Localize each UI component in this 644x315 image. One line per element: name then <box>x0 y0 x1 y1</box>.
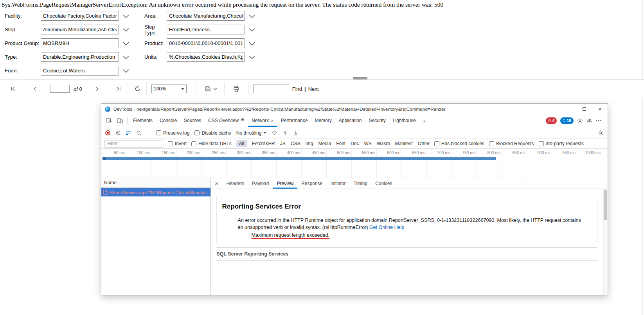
chevron-down-icon[interactable] <box>122 13 130 19</box>
chevron-down-icon[interactable] <box>122 27 130 32</box>
chevron-down-icon[interactable] <box>248 41 255 46</box>
inspect-element-icon[interactable] <box>104 118 115 124</box>
error-count-badge[interactable]: 4 <box>546 117 557 124</box>
detail-tab-headers[interactable]: Headers <box>223 178 248 189</box>
import-har-icon[interactable] <box>282 130 288 136</box>
invert-label[interactable]: Invert <box>175 141 187 146</box>
tab-memory[interactable]: Memory <box>311 114 335 127</box>
filter-icon[interactable] <box>126 131 131 135</box>
prev-page-icon[interactable] <box>32 86 38 92</box>
throttling-select[interactable]: No throttling <box>236 130 267 136</box>
type-filter-img[interactable]: Img <box>305 141 313 146</box>
next-link[interactable]: Next <box>308 86 319 92</box>
more-tools-button[interactable]: + <box>419 117 429 124</box>
chevron-down-icon[interactable] <box>122 41 130 46</box>
maximize-button[interactable] <box>576 104 592 114</box>
area-input[interactable] <box>167 11 245 21</box>
detail-tab-timing[interactable]: Timing <box>350 178 372 189</box>
find-link[interactable]: Find <box>292 86 302 92</box>
type-input[interactable] <box>41 52 119 62</box>
tab-application[interactable]: Application <box>335 114 365 127</box>
zoom-select[interactable]: 100% <box>151 85 187 93</box>
type-filter-ws[interactable]: WS <box>364 141 372 146</box>
type-filter-js[interactable]: JS <box>280 141 286 146</box>
network-conditions-icon[interactable] <box>272 130 277 136</box>
tab-console[interactable]: Console <box>156 114 180 127</box>
first-page-icon[interactable] <box>10 86 16 92</box>
hide-data-urls-label[interactable]: Hide data URLs <box>198 141 232 146</box>
network-settings-gear-icon[interactable] <box>598 130 604 136</box>
units-input[interactable] <box>167 52 245 62</box>
has-blocked-cookies-label[interactable]: Has blocked cookies <box>441 141 484 146</box>
more-options-icon[interactable] <box>596 120 601 121</box>
close-detail-icon[interactable]: × <box>211 180 223 187</box>
export-save-icon[interactable] <box>205 86 211 92</box>
request-filter-input[interactable] <box>104 140 163 148</box>
tab-elements[interactable]: Elements <box>130 114 156 127</box>
profiles-icon[interactable] <box>586 118 592 124</box>
device-toolbar-icon[interactable] <box>115 117 125 124</box>
page-number-input[interactable] <box>50 85 70 93</box>
type-filter-all[interactable]: All <box>236 140 247 147</box>
third-party-requests-checkbox[interactable] <box>539 141 544 146</box>
type-filter-doc[interactable]: Doc <box>351 141 359 146</box>
get-online-help-link[interactable]: Get Online Help <box>369 225 405 230</box>
type-filter-other[interactable]: Other <box>418 141 430 146</box>
clear-icon[interactable] <box>115 130 121 136</box>
blocked-requests-checkbox[interactable] <box>489 141 494 146</box>
hide-data-urls-checkbox[interactable] <box>191 141 196 146</box>
refresh-icon[interactable] <box>134 85 141 92</box>
chevron-down-icon[interactable] <box>248 13 255 19</box>
product-input[interactable] <box>167 38 245 48</box>
export-har-icon[interactable] <box>293 130 299 136</box>
disable-cache-checkbox[interactable] <box>194 130 200 135</box>
scrollbar-thumb[interactable] <box>604 190 607 220</box>
form-input[interactable] <box>41 66 119 76</box>
record-icon[interactable] <box>105 130 110 135</box>
last-page-icon[interactable] <box>115 86 121 92</box>
detail-tab-response[interactable]: Response <box>297 178 326 189</box>
issue-count-badge[interactable]: 19 <box>560 117 574 124</box>
step-input[interactable] <box>41 25 119 34</box>
type-filter-wasm[interactable]: Wasm <box>377 141 390 146</box>
type-filter-fetch-xhr[interactable]: Fetch/XHR <box>252 141 275 146</box>
tab-lighthouse[interactable]: Lighthouse <box>389 114 419 127</box>
type-filter-media[interactable]: Media <box>318 141 331 146</box>
close-icon[interactable]: × <box>271 118 274 124</box>
print-icon[interactable] <box>233 86 239 92</box>
search-icon[interactable] <box>136 130 142 136</box>
chevron-down-icon[interactable] <box>248 54 255 60</box>
next-page-icon[interactable] <box>94 86 100 92</box>
tab-sources[interactable]: Sources <box>180 114 205 127</box>
product-group-input[interactable] <box>41 38 119 48</box>
find-text-input[interactable] <box>253 85 289 93</box>
detail-tab-preview[interactable]: Preview <box>273 178 297 189</box>
type-filter-manifest[interactable]: Manifest <box>395 141 412 146</box>
minimize-button[interactable] <box>561 104 576 114</box>
invert-checkbox[interactable] <box>168 141 173 146</box>
request-row-selected[interactable]: ReportViewer.aspx?%2fReports-CriticalMan… <box>101 188 210 196</box>
third-party-requests-label[interactable]: 3rd-party requests <box>546 141 584 146</box>
detail-tab-payload[interactable]: Payload <box>248 178 273 189</box>
preserve-log-label[interactable]: Preserve log <box>163 130 189 136</box>
disable-cache-label[interactable]: Disable cache <box>201 130 231 136</box>
settings-gear-icon[interactable] <box>577 118 583 124</box>
blocked-requests-label[interactable]: Blocked Requests <box>496 141 534 146</box>
vertical-scrollbar[interactable] <box>603 189 608 295</box>
overview-selection-bar[interactable] <box>103 157 496 160</box>
detail-tab-initiator[interactable]: Initiator <box>326 178 349 189</box>
has-blocked-cookies-checkbox[interactable] <box>434 141 439 146</box>
type-filter-font[interactable]: Font <box>336 141 345 146</box>
tab-security[interactable]: Security <box>365 114 389 127</box>
chevron-down-icon[interactable] <box>122 54 130 60</box>
step-type-input[interactable] <box>167 25 245 34</box>
chevron-down-icon[interactable] <box>248 27 255 32</box>
tab-network[interactable]: Network× <box>248 114 277 127</box>
chevron-down-icon[interactable] <box>213 87 217 90</box>
detail-tab-cookies[interactable]: Cookies <box>371 178 396 189</box>
type-filter-css[interactable]: CSS <box>291 141 300 146</box>
close-button[interactable]: × <box>592 104 608 114</box>
facility-input[interactable] <box>41 11 119 21</box>
preserve-log-checkbox[interactable] <box>156 130 161 135</box>
tab-css-overview[interactable]: CSS Overview <box>205 114 248 127</box>
